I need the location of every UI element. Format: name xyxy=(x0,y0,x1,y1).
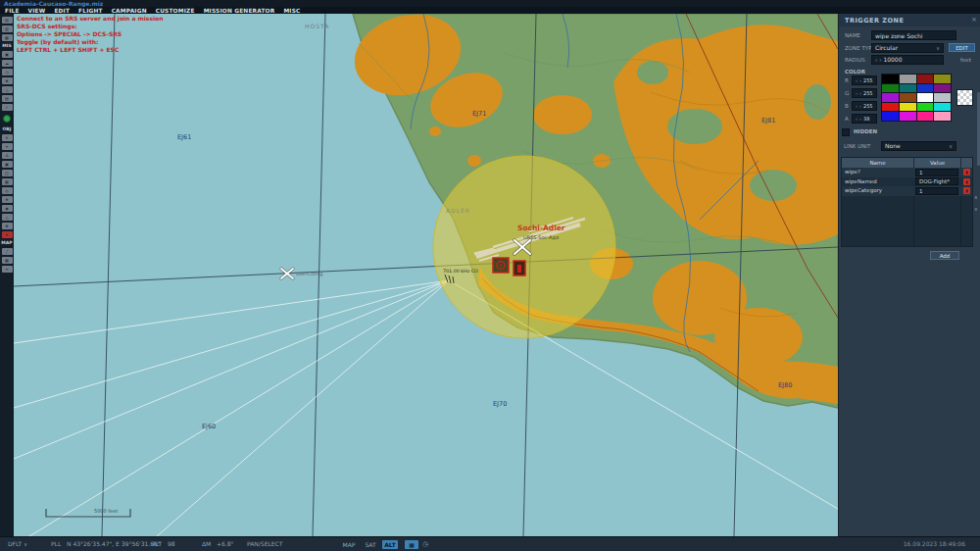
add-helicopter-icon[interactable]: + xyxy=(2,143,13,150)
failures-icon[interactable]: △ xyxy=(2,86,13,93)
color-swatch[interactable] xyxy=(900,112,916,121)
stepper-increase-icon[interactable]: › xyxy=(879,57,881,63)
color-swatch[interactable] xyxy=(882,84,899,93)
table-row[interactable]: wipeNamed DOG-Fight* ▮ xyxy=(842,177,972,187)
add-vehicle-icon[interactable]: ▣ xyxy=(2,161,13,168)
nav-point-icon[interactable]: △ xyxy=(2,214,13,221)
color-swatch[interactable] xyxy=(917,84,934,93)
measure-icon[interactable]: ↔ xyxy=(2,266,13,273)
color-swatch[interactable] xyxy=(882,93,899,102)
color-swatch[interactable] xyxy=(934,112,951,121)
zone-type-select[interactable]: Circular ∨ xyxy=(871,43,944,53)
briefing-icon[interactable]: ▣ xyxy=(2,51,13,58)
property-value-input[interactable]: 1 xyxy=(915,187,958,195)
color-swatch[interactable] xyxy=(900,103,916,112)
group-list-icon[interactable]: ≡ xyxy=(2,223,13,229)
file-new-icon[interactable]: ▤ xyxy=(2,17,13,24)
stepper-increase-icon[interactable]: › xyxy=(859,103,861,109)
ground-unit-icon[interactable] xyxy=(493,258,509,273)
color-swatch[interactable] xyxy=(934,93,951,102)
hint-line: Options -> SPECIAL -> DCS-SRS xyxy=(17,30,122,37)
coord-mode-select[interactable]: DFLT ∨ xyxy=(8,537,27,551)
color-swatch[interactable] xyxy=(917,103,934,112)
menu-mission-generator[interactable]: MISSION GENERATOR xyxy=(204,8,275,14)
stepper-increase-icon[interactable]: › xyxy=(859,77,861,83)
stepper-increase-icon[interactable]: › xyxy=(859,90,861,96)
static-unit-icon[interactable] xyxy=(514,261,525,276)
goals-icon[interactable]: ✓ xyxy=(2,104,13,111)
channel-g-stepper[interactable]: ‹›255 xyxy=(852,88,877,98)
color-swatch[interactable] xyxy=(882,112,899,121)
options-icon[interactable]: ≡ xyxy=(2,77,13,84)
channel-a-stepper[interactable]: ‹›38 xyxy=(852,114,877,124)
template-icon[interactable]: ▦ xyxy=(2,178,13,185)
stepper-decrease-icon[interactable]: ‹ xyxy=(856,90,858,96)
time-icon[interactable]: ◷ xyxy=(2,69,13,75)
map-canvas[interactable]: HOSTA ADLER Sochi-Adler URSS-Soc-Адл 701… xyxy=(14,14,838,536)
scroll-up-icon[interactable]: ∧ xyxy=(974,194,978,200)
color-swatch[interactable] xyxy=(934,75,951,83)
stepper-decrease-icon[interactable]: ‹ xyxy=(856,103,858,109)
color-swatch[interactable] xyxy=(934,103,951,112)
color-swatch[interactable] xyxy=(917,112,934,121)
menu-edit[interactable]: EDIT xyxy=(54,8,70,14)
color-swatch[interactable] xyxy=(882,75,899,83)
color-swatch[interactable] xyxy=(900,93,916,102)
left-toolbar: ▤ ▥ ▦ MIS ▣ ☁ ◷ ≡ △ ▤ ✓ OBJ ✈ + ⚓ ▣ ◫ ▦ … xyxy=(0,14,14,551)
color-swatch[interactable] xyxy=(917,75,934,83)
layer-sat-button[interactable]: SAT xyxy=(363,540,378,549)
file-save-icon[interactable]: ▦ xyxy=(2,34,13,41)
property-value-input[interactable]: DOG-Fight* xyxy=(915,177,958,185)
menu-customize[interactable]: CUSTOMIZE xyxy=(156,8,195,14)
menu-campaign[interactable]: CAMPAIGN xyxy=(112,8,147,14)
table-row[interactable]: wipeCategory 1 ▮ xyxy=(842,186,972,196)
bullseye-icon[interactable]: ◉ xyxy=(2,205,13,212)
scroll-down-icon[interactable]: ∨ xyxy=(974,206,978,212)
menu-view[interactable]: VIEW xyxy=(28,8,46,14)
draw-icon[interactable]: ╱ xyxy=(2,248,13,255)
farp-icon[interactable]: ⊕ xyxy=(2,196,13,203)
stepper-increase-icon[interactable]: › xyxy=(859,116,861,122)
channel-r-stepper[interactable]: ‹›255 xyxy=(852,75,877,85)
table-row[interactable]: wipe? 1 ▮ xyxy=(842,168,972,177)
map-layers-icon[interactable]: ▦ xyxy=(2,257,13,264)
color-swatch[interactable] xyxy=(900,75,916,83)
clock-icon[interactable]: ◷ xyxy=(422,537,428,551)
stepper-decrease-icon[interactable]: ‹ xyxy=(856,116,858,122)
delete-property-button[interactable]: ▮ xyxy=(963,178,970,185)
menu-flight[interactable]: FLIGHT xyxy=(78,8,103,14)
zone-name-input[interactable] xyxy=(871,30,956,40)
file-open-icon[interactable]: ▥ xyxy=(2,25,13,32)
add-property-button[interactable]: Add xyxy=(930,251,959,260)
link-unit-select[interactable]: None ∨ xyxy=(881,141,956,151)
edit-zone-button[interactable]: EDIT xyxy=(949,43,975,52)
transparency-swatch[interactable] xyxy=(956,89,973,106)
property-value-input[interactable]: 1 xyxy=(915,169,958,176)
hidden-checkbox[interactable] xyxy=(842,128,850,136)
menu-file[interactable]: FILE xyxy=(5,8,20,14)
summary-icon[interactable]: ▤ xyxy=(2,95,13,102)
add-aircraft-icon[interactable]: ✈ xyxy=(2,134,13,141)
stepper-decrease-icon[interactable]: ‹ xyxy=(856,77,858,83)
radius-stepper[interactable]: ‹›10000 xyxy=(871,55,944,65)
menu-misc[interactable]: MISC xyxy=(283,8,300,14)
layer-map-button[interactable]: MAP xyxy=(340,540,358,549)
delete-property-button[interactable]: ▮ xyxy=(963,187,970,194)
delete-object-icon[interactable]: ✕ xyxy=(2,231,13,238)
color-swatch[interactable] xyxy=(917,93,934,102)
channel-b-stepper[interactable]: ‹›255 xyxy=(852,101,877,111)
close-icon[interactable]: × xyxy=(971,16,977,25)
terrain-chip-icon[interactable]: ▦ xyxy=(405,540,418,549)
layer-alt-button[interactable]: ALT xyxy=(382,540,398,549)
delete-property-button[interactable]: ▮ xyxy=(963,169,970,175)
color-swatch[interactable] xyxy=(882,103,899,112)
trigger-zone-icon[interactable]: ◎ xyxy=(2,187,13,194)
stepper-decrease-icon[interactable]: ‹ xyxy=(875,57,877,63)
add-static-icon[interactable]: ◫ xyxy=(2,170,13,176)
add-ship-icon[interactable]: ⚓ xyxy=(2,152,13,159)
color-swatch[interactable] xyxy=(934,84,951,93)
status-indicator-icon[interactable] xyxy=(3,115,11,123)
alt-value: 98 xyxy=(168,537,175,551)
color-swatch[interactable] xyxy=(900,84,916,93)
weather-icon[interactable]: ☁ xyxy=(2,60,13,67)
